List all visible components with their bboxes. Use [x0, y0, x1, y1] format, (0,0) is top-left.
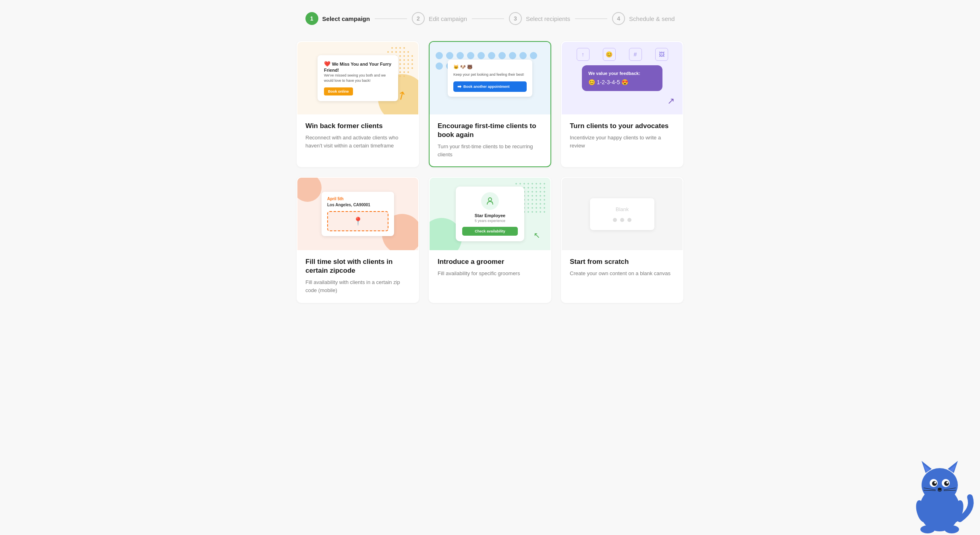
card-desc-advocates: Incentivize your happy clients to write … — [570, 134, 675, 149]
card-desc-win-back: Reconnect with and activate clients who … — [305, 134, 410, 149]
card-desc-scratch: Create your own content on a blank canva… — [570, 270, 675, 278]
card-body-timeslot: Fill time slot with clients in certain z… — [297, 250, 418, 302]
encourage-btn-arrow: ➡ — [457, 84, 461, 89]
card-body-win-back: Win back former clients Reconnect with a… — [297, 114, 418, 158]
card-desc-timeslot: Fill availability with clients in a cert… — [305, 278, 410, 294]
scratch-canvas: Blank — [590, 198, 654, 230]
groomer-profile-card: Star Employee 5 years experience Check a… — [456, 187, 524, 241]
step-4-circle: 4 — [612, 12, 625, 25]
step-2-circle: 2 — [412, 12, 425, 25]
winback-heart-icon: ❤️ We Miss You and Your Furry Friend! — [324, 61, 392, 73]
step-3[interactable]: 3 Select recipients — [509, 12, 570, 25]
card-title-win-back: Win back former clients — [305, 122, 410, 131]
encourage-emojis: 🐱 🐶 🐻 — [453, 64, 527, 70]
card-body-scratch: Start from scratch Create your own conte… — [562, 250, 683, 286]
encourage-inner-card: 🐱 🐶 🐻 Keep your pet looking and feeling … — [448, 60, 532, 97]
svg-point-10 — [944, 481, 949, 486]
card-title-timeslot: Fill time slot with clients in certain z… — [305, 257, 410, 275]
card-body-groomer: Introduce a groomer Fill availability fo… — [430, 250, 550, 286]
step-3-label: Select recipients — [526, 15, 570, 22]
card-preview-win-back: ❤️ We Miss You and Your Furry Friend! We… — [297, 42, 418, 114]
step-4[interactable]: 4 Schedule & send — [612, 12, 675, 25]
scratch-dot-1 — [613, 218, 617, 222]
campaign-card-groomer[interactable]: Star Employee 5 years experience Check a… — [429, 177, 551, 303]
encourage-btn: ➡ Book another appointment — [453, 81, 527, 92]
advocates-feedback-bubble: We value your feedback: 😊 1-2-3-4-5 😍 — [582, 65, 662, 91]
step-connector-2 — [472, 19, 504, 19]
winback-email-card: ❤️ We Miss You and Your Furry Friend! We… — [318, 55, 398, 101]
step-3-circle: 3 — [509, 12, 522, 25]
card-preview-encourage: 🐱 🐶 🐻 Keep your pet looking and feeling … — [430, 42, 550, 114]
step-1[interactable]: 1 Select campaign — [305, 12, 370, 25]
advocates-bg-icons: ↑ 😊 # 🖼 — [562, 48, 683, 61]
campaign-grid: ❤️ We Miss You and Your Furry Friend! We… — [297, 41, 683, 303]
svg-point-9 — [932, 481, 937, 486]
campaign-card-win-back[interactable]: ❤️ We Miss You and Your Furry Friend! We… — [297, 41, 419, 167]
advocates-icon-1: ↑ — [577, 48, 590, 61]
cat-mascot — [899, 445, 980, 535]
svg-point-19 — [945, 525, 959, 533]
scratch-dots — [600, 218, 645, 222]
card-title-advocates: Turn clients to your advocates — [570, 122, 675, 131]
card-preview-groomer: Star Employee 5 years experience Check a… — [430, 178, 550, 250]
winback-book-btn: Book online — [324, 87, 353, 95]
card-title-scratch: Start from scratch — [570, 257, 675, 266]
card-title-encourage: Encourage first-time clients to book aga… — [438, 122, 542, 139]
stepper: 1 Select campaign 2 Edit campaign 3 Sele… — [8, 12, 972, 25]
svg-point-18 — [920, 525, 935, 533]
card-desc-encourage: Turn your first-time clients to be recur… — [438, 143, 542, 158]
step-connector-1 — [375, 19, 407, 19]
campaign-card-timeslot[interactable]: April 5th Los Angeles, CA90001 📍 Fill ti… — [297, 177, 419, 303]
step-1-label: Select campaign — [322, 15, 370, 22]
campaign-card-scratch[interactable]: Blank Start from scratch Create your own… — [561, 177, 683, 303]
groomer-cursor-icon: ↖ — [534, 230, 540, 240]
svg-point-0 — [488, 198, 492, 201]
scratch-dot-3 — [627, 218, 631, 222]
advocates-icon-3: # — [629, 48, 642, 61]
step-1-circle: 1 — [305, 12, 318, 25]
campaign-card-advocates[interactable]: ↑ 😊 # 🖼 We value your feedback: 😊 1-2-3-… — [561, 41, 683, 167]
svg-point-2 — [922, 468, 958, 502]
card-desc-groomer: Fill availability for specific groomers — [438, 270, 542, 278]
timeslot-blob-2 — [297, 178, 322, 202]
step-2[interactable]: 2 Edit campaign — [412, 12, 467, 25]
svg-point-13 — [938, 488, 942, 491]
scratch-dot-2 — [620, 218, 624, 222]
card-body-encourage: Encourage first-time clients to book aga… — [430, 114, 550, 166]
card-preview-timeslot: April 5th Los Angeles, CA90001 📍 — [297, 178, 418, 250]
step-4-label: Schedule & send — [629, 15, 675, 22]
svg-point-12 — [947, 482, 949, 484]
advocates-icon-4: 🖼 — [655, 48, 668, 61]
card-preview-advocates: ↑ 😊 # 🖼 We value your feedback: 😊 1-2-3-… — [562, 42, 683, 114]
groomer-availability-btn: Check availability — [462, 227, 518, 236]
step-2-label: Edit campaign — [429, 15, 467, 22]
advocates-icon-2: 😊 — [603, 48, 616, 61]
campaign-card-encourage[interactable]: 🐱 🐶 🐻 Keep your pet looking and feeling … — [429, 41, 551, 167]
timeslot-map: 📍 — [327, 211, 388, 231]
timeslot-card: April 5th Los Angeles, CA90001 📍 — [322, 192, 394, 236]
card-title-groomer: Introduce a groomer — [438, 257, 542, 266]
card-body-advocates: Turn clients to your advocates Incentivi… — [562, 114, 683, 158]
groomer-avatar — [481, 192, 499, 210]
step-connector-3 — [575, 19, 607, 19]
svg-point-11 — [934, 482, 936, 484]
card-preview-scratch: Blank — [562, 178, 683, 250]
advocates-arrow-icon: ↗ — [667, 96, 675, 106]
